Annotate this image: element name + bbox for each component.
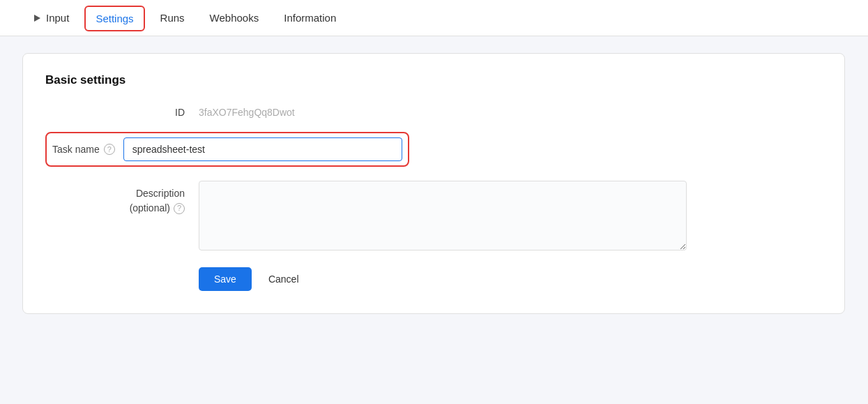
description-textarea[interactable] [199,181,687,250]
id-value: 3faXO7FehgQq8Dwot [199,107,295,118]
svg-marker-0 [34,15,40,22]
task-name-row: Task name ? [45,132,822,167]
id-row: ID 3faXO7FehgQq8Dwot [45,107,822,118]
save-button[interactable]: Save [199,267,252,291]
task-name-input[interactable] [123,137,402,161]
cancel-button[interactable]: Cancel [260,267,307,291]
description-row: Description (optional) ? [45,181,822,253]
description-help-icon[interactable]: ? [174,203,185,214]
task-name-label: Task name [52,144,100,155]
tab-information[interactable]: Information [274,1,346,36]
description-optional: (optional) [130,201,170,216]
tab-input[interactable]: Input [22,1,79,36]
tab-input-label: Input [46,12,69,24]
tab-runs[interactable]: Runs [151,1,195,36]
tab-runs-label: Runs [160,12,185,24]
tab-webhooks-label: Webhooks [210,12,259,24]
card-title: Basic settings [45,73,822,87]
tab-bar: Input Settings Runs Webhooks Information [0,0,868,36]
tab-information-label: Information [284,12,336,24]
button-row: Save Cancel [199,267,822,291]
id-label: ID [45,107,199,118]
tab-settings-label: Settings [96,13,133,24]
description-label: Description [136,188,185,199]
task-name-label-group: Task name ? [52,144,115,155]
settings-card: Basic settings ID 3faXO7FehgQq8Dwot Task… [22,53,845,314]
description-textarea-wrapper [199,181,687,253]
play-icon [32,13,42,23]
description-label-group: Description (optional) ? [45,181,199,216]
task-name-help-icon[interactable]: ? [104,144,115,155]
tab-webhooks[interactable]: Webhooks [200,1,269,36]
tab-settings[interactable]: Settings [84,6,144,31]
task-name-highlight-box: Task name ? [45,132,409,167]
main-content: Basic settings ID 3faXO7FehgQq8Dwot Task… [0,36,868,404]
